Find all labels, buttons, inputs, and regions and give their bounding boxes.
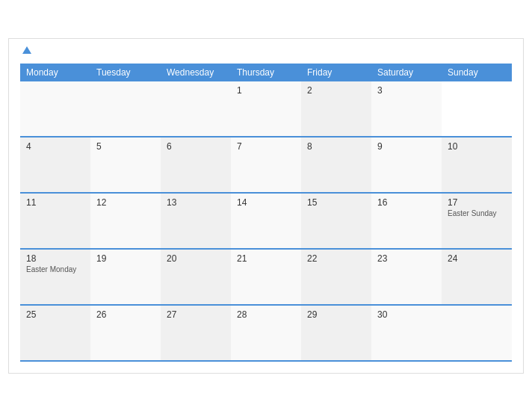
day-cell-2: 2 [301,81,371,136]
day-cell-7: 7 [231,137,301,192]
day-cell-20: 20 [161,250,231,304]
day-cell-17: 17Easter Sunday [442,194,512,248]
logo-text [20,46,31,55]
day-number: 19 [96,253,155,264]
day-number: 4 [26,141,84,152]
day-number: 13 [167,197,225,208]
day-cell-empty [161,81,231,136]
day-header-friday: Friday [301,64,371,81]
week-row-3: 11121314151617Easter Sunday [20,194,512,250]
day-number: 10 [448,141,506,152]
logo [20,46,31,55]
day-cell-25: 25 [20,306,90,360]
day-cell-23: 23 [371,250,442,304]
calendar-weeks: 1234567891011121314151617Easter Sunday18… [20,81,512,362]
day-number: 14 [237,197,295,208]
day-number: 20 [167,253,225,264]
day-number: 26 [96,309,155,320]
day-cell-18: 18Easter Monday [20,250,90,304]
day-header-sunday: Sunday [442,64,512,81]
day-cell-24: 24 [442,250,512,304]
day-cell-28: 28 [231,306,301,360]
logo-triangle-icon [22,46,31,54]
day-number: 17 [448,197,506,208]
week-row-4: 18Easter Monday192021222324 [20,250,512,306]
day-cell-5: 5 [90,137,161,192]
day-header-thursday: Thursday [231,64,301,81]
day-cell-empty [20,81,90,136]
day-event: Easter Monday [26,265,84,274]
day-cell-6: 6 [161,137,231,192]
day-number: 1 [237,85,295,96]
day-cell-21: 21 [231,250,301,304]
day-cell-30: 30 [371,306,442,360]
day-cell-29: 29 [301,306,371,360]
day-number: 16 [377,197,436,208]
day-number: 11 [26,197,84,208]
day-number: 30 [377,309,436,320]
day-number: 6 [167,141,225,152]
week-row-2: 45678910 [20,137,512,194]
day-cell-27: 27 [161,306,231,360]
day-number: 24 [448,253,506,264]
day-cell-12: 12 [90,194,161,248]
day-number: 9 [377,141,436,152]
day-number: 7 [237,141,295,152]
day-cell-empty [442,306,512,360]
day-cell-3: 3 [371,81,442,136]
day-cell-8: 8 [301,137,371,192]
day-number: 5 [96,141,155,152]
day-cell-4: 4 [20,137,90,192]
day-cell-13: 13 [161,194,231,248]
week-row-1: 123 [20,81,512,137]
day-number: 18 [26,253,84,264]
day-cell-9: 9 [371,137,442,192]
calendar: MondayTuesdayWednesdayThursdayFridaySatu… [8,38,524,374]
day-number: 25 [26,309,84,320]
day-cell-22: 22 [301,250,371,304]
day-cell-11: 11 [20,194,90,248]
calendar-header [20,46,512,55]
day-cell-1: 1 [231,81,301,136]
day-number: 21 [237,253,295,264]
day-number: 15 [307,197,365,208]
day-header-monday: Monday [20,64,90,81]
day-header-tuesday: Tuesday [90,64,161,81]
day-number: 23 [377,253,436,264]
day-header-saturday: Saturday [371,64,442,81]
day-header-wednesday: Wednesday [161,64,231,81]
day-headers-row: MondayTuesdayWednesdayThursdayFridaySatu… [20,64,512,81]
day-number: 22 [307,253,365,264]
day-event: Easter Sunday [448,209,506,217]
day-number: 28 [237,309,295,320]
day-number: 2 [307,85,365,96]
day-number: 27 [167,309,225,320]
day-number: 29 [307,309,365,320]
week-row-5: 252627282930 [20,306,512,362]
day-cell-14: 14 [231,194,301,248]
day-cell-15: 15 [301,194,371,248]
day-number: 8 [307,141,365,152]
day-number: 12 [96,197,155,208]
day-cell-10: 10 [442,137,512,192]
day-cell-26: 26 [90,306,161,360]
day-number: 3 [377,85,436,96]
day-cell-empty [90,81,161,136]
day-cell-16: 16 [371,194,442,248]
day-cell-19: 19 [90,250,161,304]
